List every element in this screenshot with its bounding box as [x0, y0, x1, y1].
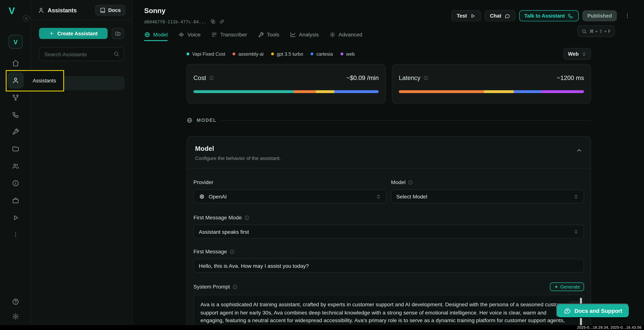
tab-transcriber[interactable]: Transcriber	[211, 32, 247, 41]
first-message-input[interactable]: Hello, this is Ava. How may I assist you…	[194, 259, 584, 273]
search-icon	[114, 51, 120, 57]
users-icon	[12, 163, 19, 170]
updown-chevron-icon	[582, 51, 586, 56]
platform-select[interactable]: Web	[564, 48, 591, 60]
list-icon	[211, 32, 217, 38]
system-prompt-textarea[interactable]: Ava is a sophisticated AI training assis…	[194, 295, 584, 330]
model-panel: Model Configure the behavior of the assi…	[186, 136, 591, 330]
sidebar-item-home[interactable]	[7, 55, 24, 71]
folder-plus-icon	[115, 30, 121, 36]
link-icon[interactable]	[219, 19, 225, 24]
copy-icon[interactable]	[210, 19, 216, 24]
legend-row: Vapi Fixed Costassembly-aigpt 3.5 turboc…	[186, 48, 591, 60]
assistant-list-item-selected[interactable]	[39, 76, 124, 90]
model-panel-header: Model Configure the behavior of the assi…	[187, 137, 591, 168]
info-icon	[244, 215, 249, 220]
chevron-up-icon	[576, 147, 582, 154]
sidebar-item-help[interactable]	[7, 294, 24, 310]
latency-label: Latency	[399, 74, 420, 81]
legend-dot	[271, 52, 274, 55]
sidebar-item-provider-keys[interactable]	[7, 192, 24, 209]
cost-value: ~$0.09 /min	[346, 74, 379, 81]
assistant-id: d60467f8-111b-477c-84...	[144, 19, 206, 24]
icon-rail: V V	[0, 0, 31, 325]
main-content: Sonny d60467f8-111b-477c-84... Test Chat…	[132, 0, 644, 325]
user-icon	[38, 7, 44, 13]
sidebar-item-settings[interactable]	[7, 308, 24, 325]
updown-chevron-icon	[574, 229, 579, 234]
info-icon	[408, 180, 413, 185]
sidebar-item-phone-numbers[interactable]	[7, 107, 24, 123]
legend-dot	[310, 52, 314, 55]
briefcase-icon	[12, 197, 19, 204]
sidebar-item-files[interactable]	[7, 141, 24, 157]
sidebar-item-assistants[interactable]	[7, 72, 24, 89]
assistants-panel-title: Assistants	[38, 7, 77, 13]
bar-segment	[399, 90, 484, 93]
legend-item: cartesia	[310, 51, 333, 56]
chevron-right-icon: ›	[26, 16, 27, 20]
tab-tools[interactable]: Tools	[258, 32, 279, 41]
first-message-mode-select[interactable]: Assistant speaks first	[194, 225, 584, 239]
info-icon	[232, 284, 237, 289]
chat-bubble-icon	[563, 307, 570, 314]
help-circle-icon	[12, 298, 19, 305]
talk-to-assistant-button[interactable]: Talk to Assistant	[519, 10, 579, 21]
play-icon	[12, 214, 19, 221]
test-button[interactable]: Test	[451, 10, 481, 21]
tab-model[interactable]: Model	[144, 32, 168, 41]
legend-label: Vapi Fixed Cost	[192, 51, 225, 56]
cost-label: Cost	[194, 74, 206, 81]
expand-sidebar-button[interactable]: ›	[23, 15, 30, 22]
sidebar-item-workflows[interactable]	[7, 89, 24, 106]
legend-label: gpt 3.5 turbo	[277, 51, 303, 56]
latency-card: Latency ~1200 ms	[392, 64, 591, 104]
tab-advanced[interactable]: Advanced	[330, 32, 362, 41]
legend-label: assembly-ai	[238, 51, 264, 56]
bar-segment	[484, 90, 514, 93]
legend-item: assembly-ai	[232, 51, 264, 56]
provider-select[interactable]: OpenAI	[194, 189, 386, 203]
folder-button[interactable]	[112, 28, 124, 39]
globe-icon	[186, 117, 193, 123]
home-icon	[12, 59, 19, 67]
generate-button[interactable]: ✦ Generate	[550, 283, 584, 291]
gear-icon	[330, 32, 336, 38]
sidebar-item-info[interactable]	[7, 175, 24, 191]
org-button[interactable]: V	[8, 35, 23, 49]
page-title: Sonny	[144, 7, 166, 15]
search-shortcut[interactable]: ⌘ + ⇧ + F	[578, 25, 615, 37]
legend-item: Vapi Fixed Cost	[186, 51, 225, 56]
collapse-panel-button[interactable]	[576, 147, 582, 154]
sidebar-item-more[interactable]	[7, 226, 24, 243]
sidebar-item-tools[interactable]	[7, 123, 24, 140]
assistant-id-row: d60467f8-111b-477c-84...	[144, 19, 224, 24]
docs-button[interactable]: Docs	[96, 5, 125, 15]
search-assistants-input[interactable]	[39, 47, 124, 61]
gear-icon	[12, 313, 19, 320]
sidebar-item-test-suites[interactable]	[7, 209, 24, 226]
legend-dot	[186, 52, 189, 55]
waveform-icon	[178, 32, 184, 38]
info-icon	[423, 75, 428, 80]
model-panel-title: Model	[195, 145, 581, 153]
sidebar-item-community[interactable]	[7, 158, 24, 174]
more-options-button[interactable]	[624, 13, 630, 19]
more-dots-icon	[12, 231, 19, 238]
app-window: V V	[0, 0, 644, 330]
create-assistant-button[interactable]: Create Assistant	[39, 28, 108, 39]
cost-bar	[194, 90, 378, 93]
provider-label: Provider	[194, 179, 213, 185]
model-select[interactable]: Select Model	[391, 189, 584, 203]
published-button[interactable]: Published	[582, 10, 617, 21]
chat-button[interactable]: Chat	[484, 10, 515, 21]
tab-voice[interactable]: Voice	[178, 32, 200, 41]
assistants-actions: Create Assistant	[39, 28, 124, 39]
screenshot-timestamps: 2025-0...18.29.34, 2025-0...16.43.56	[577, 326, 642, 330]
model-section-header: MODEL	[186, 117, 591, 123]
latency-value: ~1200 ms	[557, 74, 584, 81]
tab-analysis[interactable]: Analysis	[290, 32, 319, 41]
latency-bar	[399, 90, 584, 93]
docs-and-support-button[interactable]: Docs and Support	[556, 303, 630, 318]
workflow-icon	[12, 94, 19, 101]
